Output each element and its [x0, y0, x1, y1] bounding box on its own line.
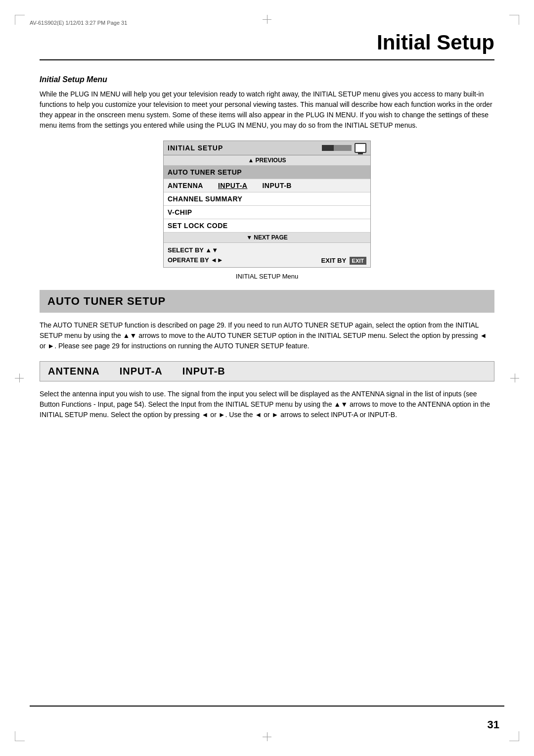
exit-box: EXIT [350, 257, 366, 265]
auto-tuner-banner: AUTO TUNER SETUP [40, 290, 494, 313]
exit-label: EXIT BY [321, 257, 348, 264]
menu-header-right [322, 143, 366, 153]
antenna-label: ANTENNA [168, 182, 203, 189]
section-auto-tuner: AUTO TUNER SETUP The AUTO TUNER SETUP fu… [40, 290, 494, 351]
corner-mark-br [509, 731, 519, 741]
menu-row-auto-tuner: AUTO TUNER SETUP [164, 166, 370, 179]
menu-header: INITIAL SETUP [164, 141, 370, 155]
corner-mark-tr [509, 15, 519, 25]
auto-tuner-body: The AUTO TUNER SETUP function is describ… [40, 320, 494, 351]
crosshair-left [15, 374, 24, 382]
corner-mark-bl [15, 731, 25, 741]
select-instruction: SELECT BY ▲▼ [168, 245, 223, 255]
menu-row-set-lock-code: SET LOCK CODE [164, 219, 370, 233]
input-b-label: INPUT-B [262, 182, 292, 189]
input-b-banner-label: INPUT-B [182, 366, 225, 377]
page-number: 31 [488, 718, 499, 731]
menu-previous: ▲ PREVIOUS [164, 155, 370, 166]
page-title: Initial Setup [40, 31, 494, 60]
crosshair-bottom [263, 732, 271, 741]
crosshair-top [263, 15, 271, 24]
section-initial-setup-menu: Initial Setup Menu While the PLUG IN MEN… [40, 75, 494, 131]
menu-row-antenna: ANTENNA INPUT-A INPUT-B [164, 179, 370, 192]
input-a-label: INPUT-A [218, 182, 248, 189]
input-a-banner-label: INPUT-A [120, 366, 163, 377]
antenna-banner-label: ANTENNA [48, 366, 100, 377]
operate-instruction: OPERATE BY ◄► [168, 255, 223, 265]
menu-footer-left: SELECT BY ▲▼ OPERATE BY ◄► [168, 245, 223, 265]
auto-tuner-title: AUTO TUNER SETUP [47, 295, 166, 307]
progress-bar-fill [322, 145, 334, 151]
menu-screenshot: INITIAL SETUP ▲ PREVIOUS AUTO TUNER SETU… [163, 141, 371, 268]
menu-caption: INITIAL SETUP Menu [40, 273, 494, 280]
menu-row-vchip: V-CHIP [164, 206, 370, 219]
section-antenna: ANTENNA INPUT-A INPUT-B Select the anten… [40, 361, 494, 420]
bottom-divider [30, 706, 504, 707]
page-container: AV-61S902(E) 1/12/01 3:27 PM Page 31 Ini… [0, 0, 534, 756]
corner-mark-tl [15, 15, 25, 25]
progress-bar [322, 145, 352, 151]
menu-footer-right: EXIT BY EXIT [321, 257, 366, 265]
menu-title: INITIAL SETUP [168, 144, 223, 152]
menu-next: ▼ NEXT PAGE [164, 233, 370, 243]
tv-icon [355, 143, 366, 153]
main-content: Initial Setup Initial Setup Menu While t… [30, 31, 504, 420]
menu-footer: SELECT BY ▲▼ OPERATE BY ◄► EXIT BY EXIT [164, 243, 370, 267]
section1-heading: Initial Setup Menu [40, 75, 494, 84]
antenna-body: Select the antenna input you wish to use… [40, 389, 494, 420]
section1-body: While the PLUG IN MENU will help you get… [40, 89, 494, 131]
antenna-banner: ANTENNA INPUT-A INPUT-B [40, 361, 494, 381]
menu-row-channel-summary: CHANNEL SUMMARY [164, 192, 370, 206]
crosshair-right [510, 374, 519, 382]
